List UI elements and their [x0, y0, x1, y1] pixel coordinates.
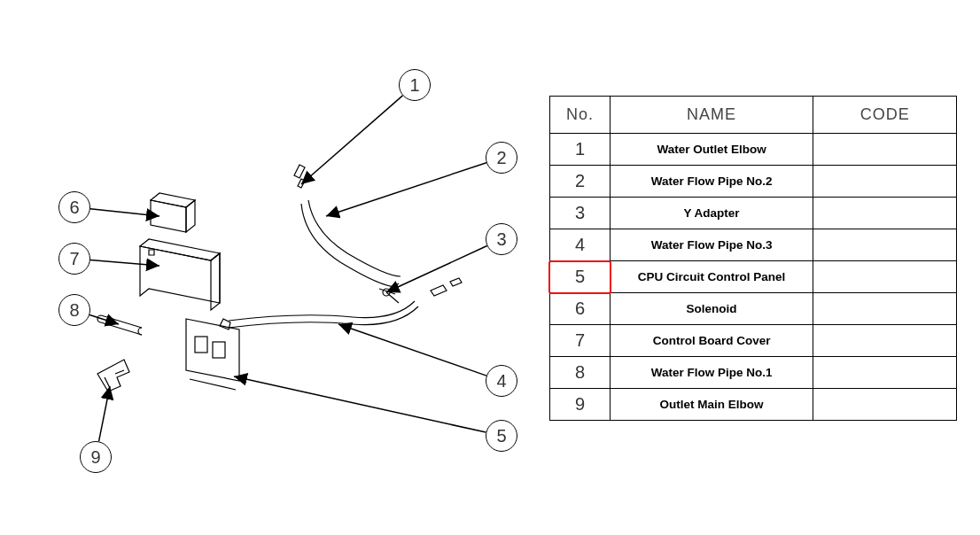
row-code: [813, 261, 957, 293]
row-code: [813, 389, 957, 421]
row-name: Water Flow Pipe No.2: [610, 166, 813, 198]
table-row: 7Control Board Cover: [550, 325, 957, 357]
callout-1: 1: [399, 69, 431, 101]
exploded-diagram: 123456789: [27, 27, 541, 505]
table-header-row: No. NAME CODE: [550, 97, 957, 134]
row-no: 2: [550, 166, 611, 198]
parts-table: No. NAME CODE 1Water Outlet Elbow2Water …: [549, 96, 957, 421]
table-row: 3Y Adapter: [550, 198, 957, 229]
callout-2: 2: [486, 142, 517, 174]
row-name: CPU Circuit Control Panel: [610, 261, 813, 293]
header-no: No.: [550, 97, 611, 134]
parts-table-area: No. NAME CODE 1Water Outlet Elbow2Water …: [549, 96, 957, 421]
svg-rect-1: [195, 337, 207, 353]
row-code: [813, 357, 957, 389]
header-code: CODE: [813, 97, 957, 134]
callout-6: 6: [58, 191, 90, 223]
row-code: [813, 198, 957, 229]
svg-rect-2: [213, 342, 225, 358]
row-code: [813, 325, 957, 357]
row-code: [813, 166, 957, 198]
table-row: 1Water Outlet Elbow: [550, 134, 957, 166]
table-row: 8Water Flow Pipe No.1: [550, 357, 957, 389]
callout-5: 5: [486, 420, 517, 452]
table-row: 9Outlet Main Elbow: [550, 389, 957, 421]
row-no: 4: [550, 229, 611, 261]
table-row: 2Water Flow Pipe No.2: [550, 166, 957, 198]
row-name: Water Flow Pipe No.1: [610, 357, 813, 389]
row-name: Y Adapter: [610, 198, 813, 229]
row-no: 1: [550, 134, 611, 166]
row-name: Control Board Cover: [610, 325, 813, 357]
row-code: [813, 134, 957, 166]
callout-8: 8: [58, 294, 90, 326]
callout-9: 9: [80, 441, 112, 473]
parts-illustration: [27, 27, 541, 505]
row-no: 7: [550, 325, 611, 357]
table-row: 5CPU Circuit Control Panel: [550, 261, 957, 293]
row-no: 5: [550, 261, 611, 293]
row-code: [813, 229, 957, 261]
row-no: 6: [550, 293, 611, 325]
callout-7: 7: [58, 243, 90, 275]
row-no: 8: [550, 357, 611, 389]
row-code: [813, 293, 957, 325]
callout-3: 3: [486, 223, 517, 255]
row-name: Outlet Main Elbow: [610, 389, 813, 421]
row-no: 9: [550, 389, 611, 421]
table-row: 6Solenoid: [550, 293, 957, 325]
row-name: Solenoid: [610, 293, 813, 325]
row-name: Water Flow Pipe No.3: [610, 229, 813, 261]
header-name: NAME: [610, 97, 813, 134]
table-row: 4Water Flow Pipe No.3: [550, 229, 957, 261]
row-no: 3: [550, 198, 611, 229]
row-name: Water Outlet Elbow: [610, 134, 813, 166]
callout-4: 4: [486, 365, 517, 397]
